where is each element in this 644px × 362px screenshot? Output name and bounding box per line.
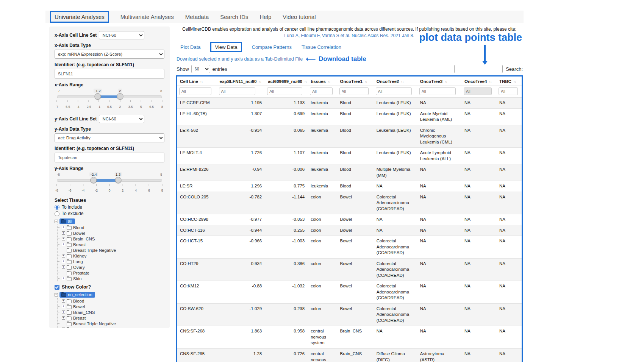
sort-icon[interactable]: ↑↓ xyxy=(258,80,261,84)
radio-row-include[interactable]: To include xyxy=(55,204,164,210)
tree-item-breast[interactable]: +Breast xyxy=(61,315,164,321)
y-cell-line-set-select[interactable]: NCI-60 xyxy=(99,115,144,123)
tree-root-all[interactable]: all xyxy=(59,218,75,224)
column-filter-cell-line[interactable] xyxy=(179,87,211,95)
radio-exclude[interactable] xyxy=(55,211,59,216)
slider-handle-high[interactable] xyxy=(115,177,121,183)
sort-icon[interactable]: ↑↓ xyxy=(489,80,491,84)
sort-icon[interactable]: ↑↓ xyxy=(364,80,367,84)
table-row[interactable]: CO:HCC-2998-0.977-0.853colonBowelNANANAN… xyxy=(177,214,522,225)
tree-expand-icon[interactable]: + xyxy=(62,231,65,235)
column-filter-oncotree2[interactable] xyxy=(376,87,412,95)
x-identifier-input[interactable] xyxy=(55,69,164,79)
tree-expand-icon[interactable]: + xyxy=(62,305,65,308)
tree-expand-icon[interactable]: + xyxy=(62,260,65,263)
table-row[interactable]: LE:K-562-0.9340.065leukemiaBloodLeukemia… xyxy=(177,125,522,148)
tree-item-lung[interactable]: +Lung xyxy=(61,259,164,264)
tree-item-brain-cns[interactable]: +Brain_CNS xyxy=(61,236,164,242)
tab-tissue-correlation[interactable]: Tissue Correlation xyxy=(302,44,341,50)
sort-icon[interactable]: ↑↓ xyxy=(328,80,330,84)
column-header-oncotree3[interactable]: OncoTree3↑↓ xyxy=(417,76,461,86)
table-row[interactable]: LE:CCRF-CEM1.1951.133leukemiaBloodLeukem… xyxy=(177,98,522,109)
tab-plot-data[interactable]: Plot Data xyxy=(180,44,200,50)
table-row[interactable]: CO:HT29-0.934-0.386colonBowelColorectal … xyxy=(177,258,522,281)
table-row[interactable]: CO:SW-620-1.0290.238colonBowelColorectal… xyxy=(177,303,522,326)
nav-item-multivariate-analyses[interactable]: Multivariate Analyses xyxy=(120,14,174,20)
radio-include[interactable] xyxy=(55,205,59,210)
slider-handle-low[interactable] xyxy=(94,93,101,100)
tree-item-kidney[interactable]: +Kidney xyxy=(61,253,164,259)
tree-expand-icon[interactable]: + xyxy=(62,328,65,328)
table-row[interactable]: LE:HL-60(TB)1.3070.699leukemiaBloodLeuke… xyxy=(177,108,522,125)
tree-expand-icon[interactable]: + xyxy=(62,311,65,314)
column-header-tissues[interactable]: tissues↑↓ xyxy=(308,76,337,86)
x-data-type-select[interactable]: exp: mRNA Expression (Z-Score) xyxy=(55,50,164,59)
table-row[interactable]: CO:HCT-116-0.9440.255colonBowelNANANANA xyxy=(177,225,522,236)
show-color-checkbox[interactable] xyxy=(55,285,59,290)
column-filter-expslfn11-nci60[interactable] xyxy=(219,87,255,95)
table-row[interactable]: CNS:SF-2681.8630.958central nervous syst… xyxy=(177,326,522,349)
y-range-slider[interactable]: -88-2.41.3-8-6-4-202468 xyxy=(57,173,162,192)
tree-collapse-icon[interactable]: − xyxy=(55,293,58,296)
slider-handle-low[interactable] xyxy=(91,177,97,183)
tree-item-brain-cns[interactable]: +Brain_CNS xyxy=(61,309,164,315)
tree-item-ovary[interactable]: +Ovary xyxy=(61,264,164,270)
tree-expand-icon[interactable]: + xyxy=(62,299,65,303)
search-input[interactable] xyxy=(454,65,503,73)
column-filter-tissues[interactable] xyxy=(310,87,333,95)
nav-item-metadata[interactable]: Metadata xyxy=(185,14,209,20)
tree-expand-icon[interactable]: + xyxy=(62,316,65,320)
tree-item-blood[interactable]: +Blood xyxy=(61,225,164,230)
x-range-slider[interactable]: -78-1.22-7-5.5-4-2.5-10.523.556.58 xyxy=(57,89,162,109)
column-header-expslfn11-nci60[interactable]: expSLFN11_nci60↑↓ xyxy=(217,76,265,86)
download-link[interactable]: Download selected x and y axis data as a… xyxy=(177,56,303,62)
x-cell-line-set-select[interactable]: NCI-60 xyxy=(99,31,144,39)
tree-item-kidney[interactable]: +Kidney xyxy=(61,326,164,328)
slider-handle-high[interactable] xyxy=(117,93,123,100)
column-header-oncotree1[interactable]: OncoTree1↑↓ xyxy=(337,76,374,86)
table-row[interactable]: LE:RPMI-8226-0.94-0.806leukemiaBloodMult… xyxy=(177,164,522,181)
column-filter-oncotree3[interactable] xyxy=(419,87,456,95)
nav-item-video-tutorial[interactable]: Video tutorial xyxy=(283,14,316,20)
column-header-oncotree2[interactable]: OncoTree2↑↓ xyxy=(374,76,417,86)
tree-item-breast-triple-negative[interactable]: Breast Triple Negative xyxy=(61,247,164,253)
column-filter-oncotree1[interactable] xyxy=(339,87,369,95)
tree-root-no-selection[interactable]: no_selection xyxy=(59,292,95,298)
show-color-row[interactable]: Show Color? xyxy=(55,284,164,290)
sort-icon[interactable]: ↑↓ xyxy=(444,80,447,84)
tree-item-bowel[interactable]: +Bowel xyxy=(61,230,164,236)
column-filter-oncotree4[interactable] xyxy=(464,87,492,95)
table-row[interactable]: LE:MOLT-41.7261.107leukemiaBloodLeukemia… xyxy=(177,148,522,164)
table-row[interactable]: LE:SR1.2960.775leukemiaBloodNANANANA xyxy=(177,181,522,192)
table-row[interactable]: CO:COLO 205-0.782-1.144colonBowelColorec… xyxy=(177,192,522,214)
column-header-oncotree4[interactable]: OncoTree4↑↓ xyxy=(461,76,496,86)
column-filter-tnbc[interactable] xyxy=(499,87,518,95)
nav-item-help[interactable]: Help xyxy=(259,14,271,20)
tree-item-skin[interactable]: +Skin xyxy=(61,276,164,281)
tree-item-prostate[interactable]: Prostate xyxy=(61,270,164,276)
radio-row-exclude[interactable]: To exclude xyxy=(55,211,164,216)
tree-item-bowel[interactable]: +Bowel xyxy=(61,304,164,309)
tree-expand-icon[interactable]: + xyxy=(62,277,65,280)
tree-item-breast-triple-negative[interactable]: Breast Triple Negative xyxy=(61,321,164,326)
tree-expand-icon[interactable]: + xyxy=(62,265,65,269)
nav-item-search-ids[interactable]: Search IDs xyxy=(220,14,248,20)
table-row[interactable]: CO:KM12-0.88-1.032colonBowelColorectal A… xyxy=(177,281,522,304)
sort-icon[interactable]: ↑↓ xyxy=(304,80,307,84)
column-header-cell-line[interactable]: Cell Line↑↓ xyxy=(177,76,217,86)
tree-item-blood[interactable]: +Blood xyxy=(61,298,164,304)
tree-expand-icon[interactable]: + xyxy=(62,237,65,240)
sort-icon[interactable]: ↑↓ xyxy=(401,80,403,84)
nav-item-univariate-analyses[interactable]: Univariate Analyses xyxy=(50,11,109,23)
tree-expand-icon[interactable]: + xyxy=(62,254,65,257)
tree-item-breast[interactable]: +Breast xyxy=(61,242,164,247)
entries-select[interactable]: 60 xyxy=(191,65,210,73)
sort-icon[interactable]: ↑↓ xyxy=(200,80,203,84)
table-row[interactable]: CO:HCT-15-0.966-1.003colonBowelColorecta… xyxy=(177,236,522,259)
table-row[interactable]: CNS:SF-2951.280.726central nervous syste… xyxy=(177,348,522,362)
tab-view-data[interactable]: View Data xyxy=(210,42,242,52)
column-header-act609699-nci60[interactable]: act609699_nci60↑↓ xyxy=(265,76,308,86)
tree-collapse-icon[interactable]: − xyxy=(55,220,58,223)
tab-compare-patterns[interactable]: Compare Patterns xyxy=(252,44,292,50)
tree-expand-icon[interactable]: + xyxy=(62,243,65,246)
